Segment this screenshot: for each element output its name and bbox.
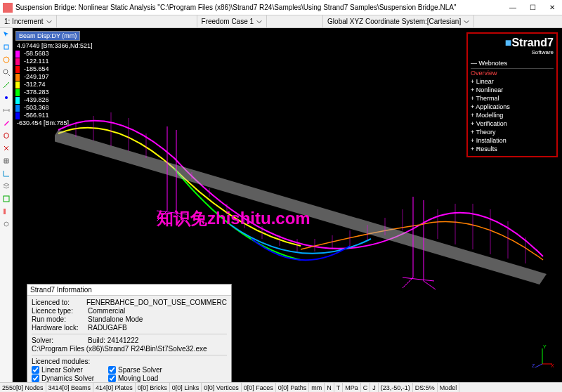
coord-dropdown[interactable]: Global XYZ Coordinate System:[Cartesian] [323, 15, 474, 27]
nav-item[interactable]: Thermal [471, 94, 554, 103]
lic-type-label: Licence type: [32, 307, 88, 315]
nav-item[interactable]: Linear [471, 77, 554, 86]
tool-grid[interactable] [0, 155, 13, 167]
legend-row: -312.74 [15, 81, 94, 89]
dialog-title: Strand7 Information [27, 285, 231, 296]
tool-pan[interactable] [0, 41, 13, 53]
status-unit-c[interactable]: C [361, 383, 371, 392]
info-dialog: Strand7 Information Licenced to:FENERBAH… [27, 284, 232, 382]
svg-point-3 [5, 96, 8, 99]
tool-line[interactable] [0, 79, 13, 91]
checkbox-icon[interactable] [32, 366, 39, 374]
solver-build: Build: 24141222 [88, 337, 138, 344]
nav-item[interactable]: Verification [471, 119, 554, 128]
svg-line-15 [403, 277, 413, 288]
tool-delete[interactable] [0, 142, 13, 155]
status-coords[interactable]: (23,-50,-1) [379, 383, 413, 392]
tool-mesh[interactable] [0, 192, 13, 205]
status-unit-j[interactable]: J [370, 383, 379, 392]
status-nodes[interactable]: 2550[0] Nodes [0, 383, 46, 392]
solver-label: Solver: [32, 337, 88, 344]
brand-panel: ■Strand7 Software — Webnotes Overview Li… [466, 32, 558, 157]
run-value: Standalone Mode [88, 315, 143, 323]
tool-zoom[interactable] [0, 66, 13, 79]
svg-text:Z: Z [532, 363, 535, 368]
run-label: Run mode: [32, 315, 88, 323]
svg-line-10 [157, 211, 167, 221]
svg-rect-0 [4, 45, 8, 49]
svg-rect-4 [4, 196, 9, 202]
checkbox-icon[interactable] [32, 374, 39, 382]
tool-point[interactable] [0, 91, 13, 104]
window-title: Suspension Bridge: Nonlinear Static Anal… [15, 4, 503, 11]
legend-title: Beam Disp:DY (mm) [15, 31, 80, 41]
titlebar: Suspension Bridge: Nonlinear Static Anal… [0, 0, 562, 15]
status-bar: 2550[0] Nodes 3414[0] Beams 414[0] Plate… [0, 382, 562, 392]
svg-line-45 [535, 364, 542, 367]
legend-row: -58.5683 [15, 50, 94, 58]
legend-row: -378.283 [15, 89, 94, 96]
svg-line-16 [424, 281, 436, 289]
tool-axis[interactable] [0, 167, 13, 180]
svg-point-2 [4, 70, 8, 74]
chevron-down-icon [464, 19, 469, 25]
tool-select[interactable] [0, 28, 13, 41]
nav-item[interactable]: Applications [471, 103, 554, 111]
axis-gizmo[interactable]: Y X Z [530, 343, 555, 368]
legend-row: -249.197 [15, 73, 94, 81]
webnotes-header: — Webnotes [471, 58, 554, 69]
viewport-3d[interactable]: Beam Disp:DY (mm) 4.97449 [Bm:3366,Nd:52… [13, 28, 562, 382]
module-checkbox[interactable]: Moving Load [108, 374, 162, 382]
tool-edit[interactable] [0, 117, 13, 129]
tool-properties[interactable] [0, 205, 13, 218]
mods-label: Licenced modules: [32, 358, 90, 365]
svg-point-1 [4, 57, 9, 63]
nav-item[interactable]: Modelling [471, 111, 554, 119]
svg-line-14 [403, 277, 434, 281]
svg-line-9 [157, 211, 187, 214]
increment-dropdown[interactable]: 1: Increment [0, 15, 57, 27]
tool-cube[interactable] [0, 129, 13, 142]
status-faces[interactable]: 0[0] Faces [242, 383, 276, 392]
lic-type-value: Commercial [88, 307, 125, 315]
chevron-down-icon [46, 19, 52, 25]
checkbox-icon[interactable] [108, 366, 116, 374]
nav-item[interactable]: Theory [471, 128, 554, 136]
nav-item[interactable]: Results [471, 145, 554, 153]
module-checkbox[interactable]: Linear Solver [32, 366, 94, 374]
status-ds[interactable]: DS:5% [413, 383, 438, 392]
freedom-dropdown[interactable]: Freedom Case 1 [197, 15, 267, 27]
lic-to-label: Licenced to: [32, 299, 86, 306]
status-unit-n[interactable]: N [325, 383, 334, 392]
brand-logo: ■Strand7 [471, 37, 554, 49]
status-plates[interactable]: 414[0] Plates [93, 383, 136, 392]
nav-overview[interactable]: Overview [471, 69, 554, 77]
status-beams[interactable]: 3414[0] Beams [46, 383, 94, 392]
svg-line-11 [176, 214, 188, 223]
tool-layer[interactable] [0, 180, 13, 192]
status-paths[interactable]: 0[0] Paths [276, 383, 310, 392]
status-bricks[interactable]: 0[0] Bricks [136, 383, 170, 392]
increment-label: 1: Increment [4, 18, 44, 25]
status-model[interactable]: Model [438, 383, 460, 392]
legend-row: -185.654 [15, 65, 94, 73]
checkbox-icon[interactable] [108, 374, 116, 382]
tool-settings[interactable] [0, 218, 13, 230]
lic-to-value: FENERBAHCE_DO_NOT_USE_COMMERC [86, 299, 227, 306]
nav-item[interactable]: Installation [471, 136, 554, 145]
coord-label: Global XYZ Coordinate System:[Cartesian] [327, 18, 461, 25]
status-vertices[interactable]: 0[0] Vertices [202, 383, 242, 392]
nav-item[interactable]: Nonlinear [471, 86, 554, 94]
close-button[interactable]: ✕ [542, 1, 562, 15]
status-unit-mm[interactable]: mm [309, 383, 325, 392]
tool-measure[interactable] [0, 104, 13, 117]
maximize-button[interactable]: ☐ [523, 1, 542, 15]
status-unit-mpa[interactable]: MPa [343, 383, 361, 392]
status-links[interactable]: 0[0] Links [170, 383, 202, 392]
module-checkbox[interactable]: Dynamics Solver [32, 374, 94, 382]
minimize-button[interactable]: — [503, 1, 523, 15]
tool-rotate[interactable] [0, 53, 13, 66]
module-checkbox[interactable]: Sparse Solver [108, 366, 162, 374]
status-unit-t[interactable]: T [334, 383, 344, 392]
top-toolbar: 1: Increment Freedom Case 1 Global XYZ C… [0, 15, 562, 28]
